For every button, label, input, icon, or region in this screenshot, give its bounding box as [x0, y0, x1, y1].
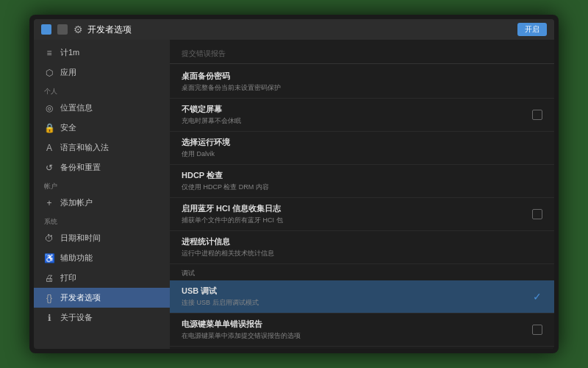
clock-icon: ⏱ — [44, 233, 54, 244]
sidebar-item-apps[interactable]: ⬡ 应用 — [34, 63, 170, 82]
settings-subtitle-power-menu-bug: 在电源键菜单中添加提交错误报告的选项 — [182, 331, 525, 341]
sidebar-item-about[interactable]: ℹ 关于设备 — [34, 308, 170, 328]
settings-subtitle-desktop-backup: 桌面完整备份当前未设置密码保护 — [182, 83, 542, 93]
main-content: 提交错误报告 桌面备份密码 桌面完整备份当前未设置密码保护 不锁定屏幕 充电时屏… — [170, 40, 554, 349]
settings-item-text: 启用蓝牙 HCI 信息收集日志 捕获单个文件中的所有蓝牙 HCI 包 — [182, 203, 525, 225]
sidebar-item-account[interactable]: ≡ 计1m — [34, 43, 170, 63]
settings-item-stay-awake[interactable]: 不锁定屏幕 充电时屏幕不会休眠 — [170, 99, 554, 132]
sidebar-item-add-account[interactable]: + 添加帐户 — [34, 193, 170, 213]
sidebar-item-security[interactable]: 🔒 安全 — [34, 118, 170, 138]
page-title: 开发者选项 — [87, 24, 132, 36]
sidebar-label-datetime: 日期和时间 — [60, 233, 101, 244]
settings-subtitle-usb-debug: 连接 USB 后启用调试模式 — [182, 298, 525, 308]
settings-item-hdcp[interactable]: HDCP 检查 仅使用 HDCP 检查 DRM 内容 — [170, 165, 554, 198]
settings-title-runtime: 选择运行环境 — [182, 137, 542, 148]
sidebar-item-accessibility[interactable]: ♿ 辅助功能 — [34, 248, 170, 268]
settings-subtitle-stay-awake: 充电时屏幕不会休眠 — [182, 116, 525, 126]
sidebar-label-account: 计1m — [60, 47, 79, 58]
top-bar: ⚙ 开发者选项 开启 — [34, 19, 554, 40]
settings-item-text: USB 调试 连接 USB 后启用调试模式 — [182, 286, 525, 308]
sidebar-label-security: 安全 — [60, 122, 76, 133]
debug-section-label: 调试 — [170, 264, 554, 280]
settings-item-text: 电源键菜单单错误报告 在电源键菜单中添加提交错误报告的选项 — [182, 319, 525, 341]
settings-item-process-stats[interactable]: 进程统计信息 运行中进程的相关技术统计信息 — [170, 231, 554, 264]
sidebar-item-developer[interactable]: {} 开发者选项 — [34, 288, 170, 308]
settings-title-desktop-backup: 桌面备份密码 — [182, 71, 542, 82]
sidebar-label-developer: 开发者选项 — [60, 292, 101, 303]
gear-icon: ⚙ — [74, 24, 83, 35]
settings-item-mock-location[interactable]: 允许模拟位置 ✓ — [170, 347, 554, 349]
status-badge[interactable]: 开启 — [517, 23, 547, 36]
sidebar-section-accounts: 帐户 — [34, 177, 170, 193]
settings-item-usb-debug[interactable]: USB 调试 连接 USB 后启用调试模式 ✓ — [170, 280, 554, 314]
sidebar-label-print: 打印 — [60, 272, 76, 283]
sidebar-label-backup: 备份和重置 — [60, 162, 101, 173]
sidebar-item-language[interactable]: A 语言和输入法 — [34, 138, 170, 158]
sidebar-label-language: 语言和输入法 — [60, 142, 109, 153]
lock-icon: 🔒 — [44, 123, 54, 133]
sidebar-label-accessibility: 辅助功能 — [60, 252, 93, 263]
settings-item-text: 桌面备份密码 桌面完整备份当前未设置密码保护 — [182, 71, 542, 93]
error-section-header: 提交错误报告 — [170, 46, 554, 64]
add-icon: + — [44, 198, 54, 208]
sidebar-label-apps: 应用 — [60, 67, 76, 78]
settings-title-bluetooth-hci: 启用蓝牙 HCI 信息收集日志 — [182, 203, 525, 214]
settings-title-power-menu-bug: 电源键菜单单错误报告 — [182, 319, 525, 330]
menu-icon: ≡ — [44, 48, 54, 58]
sidebar: ≡ 计1m ⬡ 应用 个人 ◎ 位置信息 🔒 安全 A — [34, 40, 170, 349]
settings-item-runtime[interactable]: 选择运行环境 使用 Dalvik — [170, 132, 554, 165]
top-bar-title: ⚙ 开发者选项 — [74, 24, 512, 36]
sidebar-label-location: 位置信息 — [60, 102, 93, 113]
accessibility-icon: ♿ — [44, 253, 54, 263]
language-icon: A — [44, 143, 54, 153]
checkbox-stay-awake[interactable] — [532, 110, 542, 120]
settings-item-text: HDCP 检查 仅使用 HDCP 检查 DRM 内容 — [182, 170, 542, 192]
windows-icon — [41, 24, 51, 35]
settings-item-desktop-backup[interactable]: 桌面备份密码 桌面完整备份当前未设置密码保护 — [170, 66, 554, 99]
settings-item-power-menu-bug[interactable]: 电源键菜单单错误报告 在电源键菜单中添加提交错误报告的选项 — [170, 314, 554, 347]
checkbox-bluetooth-hci[interactable] — [532, 209, 542, 219]
sidebar-item-backup[interactable]: ↺ 备份和重置 — [34, 158, 170, 177]
content-area: ≡ 计1m ⬡ 应用 个人 ◎ 位置信息 🔒 安全 A — [34, 40, 554, 349]
location-icon: ◎ — [44, 103, 54, 113]
checkmark-usb-debug: ✓ — [532, 291, 542, 302]
settings-subtitle-hdcp: 仅使用 HDCP 检查 DRM 内容 — [182, 183, 542, 192]
backup-icon: ↺ — [44, 163, 54, 173]
checkbox-power-menu-bug[interactable] — [532, 325, 542, 335]
sidebar-label-about: 关于设备 — [60, 312, 93, 323]
monitor: ⚙ 开发者选项 开启 ≡ 计1m ⬡ 应用 个人 ◎ 位置信息 — [29, 15, 559, 353]
settings-item-bluetooth-hci[interactable]: 启用蓝牙 HCI 信息收集日志 捕获单个文件中的所有蓝牙 HCI 包 — [170, 198, 554, 231]
settings-subtitle-bluetooth-hci: 捕获单个文件中的所有蓝牙 HCI 包 — [182, 216, 525, 225]
settings-item-text: 进程统计信息 运行中进程的相关技术统计信息 — [182, 236, 542, 258]
sidebar-section-personal: 个人 — [34, 82, 170, 98]
apps-icon: ⬡ — [44, 68, 54, 78]
settings-item-text: 不锁定屏幕 充电时屏幕不会休眠 — [182, 104, 525, 126]
sidebar-item-location[interactable]: ◎ 位置信息 — [34, 98, 170, 118]
settings-subtitle-process-stats: 运行中进程的相关技术统计信息 — [182, 249, 542, 258]
sidebar-item-datetime[interactable]: ⏱ 日期和时间 — [34, 228, 170, 248]
settings-title-usb-debug: USB 调试 — [182, 286, 525, 297]
screen: ⚙ 开发者选项 开启 ≡ 计1m ⬡ 应用 个人 ◎ 位置信息 — [34, 19, 554, 349]
print-icon: 🖨 — [44, 273, 54, 283]
settings-title-stay-awake: 不锁定屏幕 — [182, 104, 525, 115]
sidebar-section-system: 系统 — [34, 213, 170, 228]
sidebar-item-print[interactable]: 🖨 打印 — [34, 268, 170, 288]
developer-icon: {} — [44, 293, 54, 303]
settings-title-process-stats: 进程统计信息 — [182, 236, 542, 247]
info-icon: ℹ — [44, 313, 54, 323]
sidebar-label-add-account: 添加帐户 — [60, 197, 93, 208]
settings-item-text: 选择运行环境 使用 Dalvik — [182, 137, 542, 159]
grid-icon — [57, 24, 68, 35]
settings-subtitle-runtime: 使用 Dalvik — [182, 149, 542, 159]
settings-title-hdcp: HDCP 检查 — [182, 170, 542, 181]
